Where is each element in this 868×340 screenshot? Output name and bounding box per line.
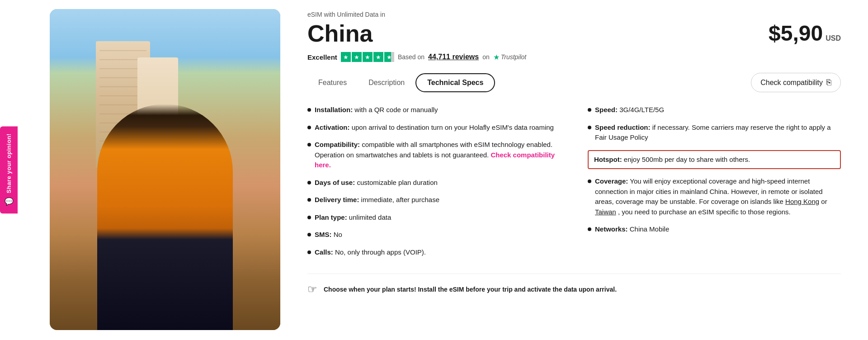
- spec-text: Calls: No, only through apps (VOIP).: [315, 247, 561, 258]
- spec-text: SMS: No: [315, 230, 561, 240]
- spec-value: 3G/4G/LTE/5G: [619, 106, 664, 113]
- hong-kong-link[interactable]: Hong Kong: [785, 198, 819, 205]
- spec-value: China Mobile: [630, 225, 670, 233]
- trustpilot-logo: ★ Trustpilot: [493, 53, 527, 61]
- star-5: ★: [384, 52, 394, 62]
- spec-text: Coverage: You will enjoy exceptional cov…: [595, 176, 841, 217]
- specs-right-col: Speed: 3G/4G/LTE/5G Speed reduction: if …: [588, 105, 841, 264]
- trustpilot-row: Excellent ★ ★ ★ ★ ★ Based on 44,711 revi…: [307, 52, 841, 62]
- spec-plan-type: Plan type: unlimited data: [307, 212, 561, 223]
- spec-text: Days of use: customizable plan duration: [315, 178, 561, 188]
- product-title: China: [307, 21, 373, 47]
- spec-text: Installation: with a QR code or manually: [315, 105, 561, 115]
- tabs-row: Features Description Technical Specs Che…: [307, 73, 841, 92]
- page-container: eSIM with Unlimited Data in China $5,90 …: [0, 0, 868, 340]
- bullet: [588, 108, 591, 112]
- spec-speed-reduction: Speed reduction: if necessary. Some carr…: [588, 123, 841, 143]
- bullet: [588, 179, 591, 183]
- bullet: [307, 181, 311, 184]
- trust-reviews-link[interactable]: 44,711 reviews: [428, 53, 479, 61]
- bullet: [307, 198, 311, 202]
- spec-bold: Speed:: [595, 106, 618, 113]
- price-amount: $5,90: [769, 21, 823, 46]
- spec-value: upon arrival to destination turn on your…: [352, 123, 554, 131]
- bullet: [307, 108, 311, 112]
- spec-text: Plan type: unlimited data: [315, 212, 561, 223]
- feedback-label: Share your opinion!: [5, 134, 12, 194]
- spec-bold: Compatibility:: [315, 141, 360, 148]
- bottom-notice: ☞ Choose when your plan starts! Install …: [307, 274, 841, 296]
- trust-stars: ★ ★ ★ ★ ★: [341, 52, 394, 62]
- bullet: [307, 143, 311, 146]
- feedback-button[interactable]: 💬 Share your opinion!: [0, 127, 18, 214]
- spec-text: Compatibility: compatible with all smart…: [315, 140, 561, 170]
- feedback-icon: 💬: [5, 197, 13, 207]
- taiwan-link[interactable]: Taiwan: [595, 208, 616, 216]
- bullet: [307, 216, 311, 219]
- tab-description[interactable]: Description: [358, 74, 415, 91]
- spec-bold: Speed reduction:: [595, 123, 651, 131]
- spec-value: enjoy 500mb per day to share with others…: [624, 156, 750, 163]
- product-photo: [50, 9, 280, 330]
- spec-speed: Speed: 3G/4G/LTE/5G: [588, 105, 841, 115]
- tab-features[interactable]: Features: [307, 74, 358, 91]
- check-compatibility-button[interactable]: Check compatibility ⎘: [751, 73, 841, 92]
- spec-installation: Installation: with a QR code or manually: [307, 105, 561, 115]
- spec-calls: Calls: No, only through apps (VOIP).: [307, 247, 561, 258]
- spec-coverage-end: , you need to purchase an eSIM specific …: [618, 208, 791, 216]
- spec-value: No, only through apps (VOIP).: [335, 248, 426, 256]
- bullet: [307, 250, 311, 254]
- tab-technical-specs[interactable]: Technical Specs: [415, 73, 495, 92]
- spec-text: Activation: upon arrival to destination …: [315, 123, 561, 133]
- trust-label: Excellent: [307, 53, 337, 61]
- spec-value: with a QR code or manually: [354, 106, 438, 113]
- star-3: ★: [363, 52, 373, 62]
- spec-networks: Networks: China Mobile: [588, 224, 841, 235]
- bullet: [307, 126, 311, 129]
- product-title-price-row: China $5,90 USD: [307, 21, 841, 47]
- product-image-wrapper: [50, 9, 280, 330]
- spec-value: immediate, after purchase: [361, 196, 439, 203]
- spec-delivery-time: Delivery time: immediate, after purchase: [307, 195, 561, 205]
- star-2: ★: [352, 52, 362, 62]
- spec-text: Networks: China Mobile: [595, 224, 841, 235]
- notice-strong: Choose when your plan starts! Install th…: [324, 286, 617, 293]
- spec-text: Speed reduction: if necessary. Some carr…: [595, 123, 841, 143]
- spec-value: customizable plan duration: [357, 179, 437, 186]
- product-subtitle: eSIM with Unlimited Data in: [307, 11, 841, 18]
- specs-left-col: Installation: with a QR code or manually…: [307, 105, 561, 264]
- specs-content: Installation: with a QR code or manually…: [307, 105, 841, 264]
- check-compat-label: Check compatibility: [760, 79, 823, 87]
- spec-bold: Installation:: [315, 106, 353, 113]
- spec-coverage: Coverage: You will enjoy exceptional cov…: [588, 176, 841, 217]
- spec-bold: Coverage:: [595, 177, 628, 185]
- trustpilot-name: Trustpilot: [501, 53, 527, 61]
- spec-value: No: [334, 231, 342, 238]
- bullet: [588, 227, 591, 231]
- spec-text: Hotspot: enjoy 500mb per day to share wi…: [594, 155, 835, 165]
- notice-text: Choose when your plan starts! Install th…: [324, 286, 617, 293]
- product-price: $5,90 USD: [769, 21, 841, 46]
- price-currency: USD: [826, 34, 841, 42]
- spec-sms: SMS: No: [307, 230, 561, 240]
- trust-text-pre: Based on: [398, 53, 425, 61]
- sidebar-feedback: 💬 Share your opinion!: [0, 127, 18, 214]
- product-image-section: [0, 0, 289, 340]
- spec-bold: Plan type:: [315, 213, 347, 221]
- spec-activation: Activation: upon arrival to destination …: [307, 123, 561, 133]
- spec-text: Speed: 3G/4G/LTE/5G: [595, 105, 841, 115]
- spec-or: or: [821, 198, 827, 205]
- spec-bold: Days of use:: [315, 179, 355, 186]
- spec-hotspot: Hotspot: enjoy 500mb per day to share wi…: [588, 150, 841, 170]
- bullet: [307, 233, 311, 236]
- person-figure: [97, 104, 233, 330]
- star-4: ★: [373, 52, 383, 62]
- spec-bold: Activation:: [315, 123, 350, 131]
- spec-compatibility: Compatibility: compatible with all smart…: [307, 140, 561, 170]
- spec-bold: SMS:: [315, 231, 332, 238]
- spec-bold: Hotspot:: [594, 156, 622, 163]
- product-info-section: eSIM with Unlimited Data in China $5,90 …: [289, 0, 868, 340]
- spec-value: unlimited data: [349, 213, 391, 221]
- hand-icon: ☞: [307, 283, 317, 296]
- star-1: ★: [341, 52, 351, 62]
